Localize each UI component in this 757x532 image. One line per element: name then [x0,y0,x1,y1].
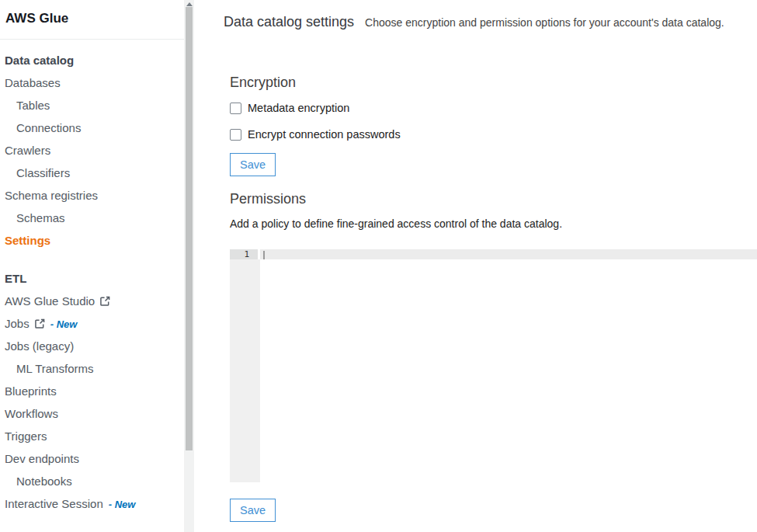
new-badge: - New [109,499,136,510]
app-title: AWS Glue [0,6,184,28]
sidebar-scrollbar[interactable] [184,0,194,532]
sidebar-item-label: Classifiers [16,166,70,179]
page-title: Data catalog settings [224,14,354,30]
sidebar-item-label: Tables [16,99,50,112]
scroll-up-arrow[interactable] [186,2,193,6]
editor-gutter [230,259,260,482]
sidebar-item-workflows[interactable]: Workflows [0,402,184,425]
editor-content[interactable] [260,259,757,482]
permissions-description: Add a policy to define fine-grained acce… [230,217,757,230]
permissions-save-button[interactable]: Save [230,499,276,522]
sidebar-nav: Data catalogDatabasesTablesConnectionsCr… [0,40,184,515]
sidebar-item-jobs[interactable]: Jobs- New [0,312,184,335]
editor-line-number: 1 [230,249,258,259]
sidebar-item-tables[interactable]: Tables [0,94,184,116]
editor-line-content[interactable] [260,249,757,259]
sidebar-item-label: Interactive Session [5,497,103,510]
sidebar-item-interactive-session[interactable]: Interactive Session- New [0,492,184,515]
sidebar-item-label: Schemas [16,211,65,224]
sidebar-item-label: Notebooks [16,475,72,488]
app-window: AWS Glue Data catalogDatabasesTablesConn… [0,0,757,532]
sidebar-item-label: Triggers [5,429,47,443]
editor-body [230,259,757,482]
page-subtitle: Choose encryption and permission options… [365,16,724,29]
editor-active-line[interactable]: 1 [230,249,757,259]
permissions-section: Permissions Add a policy to define fine-… [230,191,757,230]
sidebar-item-triggers[interactable]: Triggers [0,425,184,447]
sidebar-item-schemas[interactable]: Schemas [0,207,184,229]
sidebar-item-label: Jobs (legacy) [5,339,74,353]
external-link-icon [100,290,110,313]
sidebar-item-settings[interactable]: Settings [0,229,184,252]
sidebar-item-label: Connections [16,121,81,134]
sidebar-item-ml-transforms[interactable]: ML Transforms [0,357,184,380]
page-header: Data catalog settings Choose encryption … [224,14,757,30]
sidebar-item-blueprints[interactable]: Blueprints [0,380,184,402]
sidebar-item-label: Jobs [5,317,30,330]
sidebar-item-notebooks[interactable]: Notebooks [0,470,184,492]
metadata-encryption-label: Metadata encryption [248,102,349,114]
permissions-heading: Permissions [230,191,757,207]
external-link-icon [35,313,45,336]
sidebar-section-header: ETL [0,267,184,290]
sidebar-section-header: Data catalog [0,49,184,71]
scrollbar-thumb[interactable] [186,7,193,450]
sidebar-item-label: Schema registries [5,189,98,202]
encrypt-passwords-checkbox[interactable] [230,129,241,141]
sidebar-item-label: Settings [5,234,50,247]
sidebar-item-label: Crawlers [5,144,50,157]
metadata-encryption-row: Metadata encryption [230,101,757,115]
sidebar-item-connections[interactable]: Connections [0,116,184,139]
sidebar-item-schema-registries[interactable]: Schema registries [0,184,184,207]
policy-editor[interactable]: 1 [230,249,757,482]
sidebar-section-etl: ETLAWS Glue StudioJobs- NewJobs (legacy)… [0,267,184,515]
sidebar-item-crawlers[interactable]: Crawlers [0,139,184,162]
sidebar-item-label: Workflows [5,407,58,420]
sidebar-item-aws-glue-studio[interactable]: AWS Glue Studio [0,290,184,312]
sidebar-item-classifiers[interactable]: Classifiers [0,162,184,184]
sidebar-item-label: AWS Glue Studio [5,294,95,308]
encryption-section: Encryption Metadata encryption Encrypt c… [230,75,757,176]
sidebar: AWS Glue Data catalogDatabasesTablesConn… [0,0,184,532]
main-content: Data catalog settings Choose encryption … [194,0,757,532]
sidebar-item-label: Dev endpoints [5,452,79,465]
sidebar-section-data-catalog: Data catalogDatabasesTablesConnectionsCr… [0,49,184,252]
new-badge: - New [50,318,78,330]
sidebar-item-dev-endpoints[interactable]: Dev endpoints [0,447,184,470]
sidebar-item-databases[interactable]: Databases [0,71,184,94]
metadata-encryption-checkbox[interactable] [230,103,241,114]
encryption-save-button[interactable]: Save [230,153,276,176]
sidebar-item-jobs-legacy[interactable]: Jobs (legacy) [0,335,184,357]
encrypt-passwords-label: Encrypt connection passwords [248,128,401,141]
encrypt-passwords-row: Encrypt connection passwords [230,127,757,141]
sidebar-item-label: Blueprints [5,384,57,398]
sidebar-item-label: ML Transforms [16,362,93,375]
encryption-heading: Encryption [230,75,757,91]
sidebar-item-label: Databases [5,76,61,89]
